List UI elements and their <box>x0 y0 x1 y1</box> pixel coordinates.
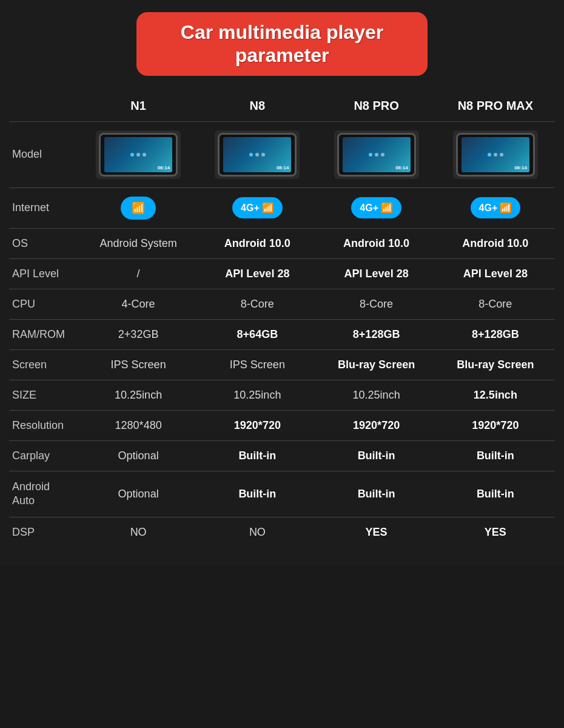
android-auto-n8pro: Built-in <box>317 471 436 517</box>
model-n8promax: 08:14 <box>436 121 555 187</box>
dsp-n8promax: YES <box>436 517 555 547</box>
col-header-n8promax: N8 PRO MAX <box>436 94 555 122</box>
screen-n8: IPS Screen <box>198 349 317 380</box>
col-header-n8: N8 <box>198 94 317 122</box>
size-n1: 10.25inch <box>79 380 198 410</box>
row-label-internet: Internet <box>9 187 79 228</box>
row-internet: Internet 📶 4G+ 📶 4G+ 📶 4G <box>9 187 555 228</box>
comparison-table: N1 N8 N8 PRO N8 PRO MAX Model <box>9 94 555 547</box>
row-label-resolution: Resolution <box>9 410 79 440</box>
row-model: Model 08:14 <box>9 121 555 187</box>
cpu-n1: 4-Core <box>79 289 198 319</box>
carplay-n8promax: Built-in <box>436 440 555 471</box>
model-image-n1: 08:14 <box>96 130 181 179</box>
resolution-n8: 1920*720 <box>198 410 317 440</box>
page-title: Car multimedia player parameter <box>155 21 409 67</box>
screen-n1: IPS Screen <box>79 349 198 380</box>
model-n1: 08:14 <box>79 121 198 187</box>
4g-badge-n8: 4G+ 📶 <box>232 197 283 218</box>
model-n8pro: 08:14 <box>317 121 436 187</box>
wifi-label-n8: 📶 <box>262 202 274 214</box>
size-n8promax: 12.5inch <box>436 380 555 410</box>
size-n8pro: 10.25inch <box>317 380 436 410</box>
row-label-size: SIZE <box>9 380 79 410</box>
wifi-icon: 📶 <box>132 201 145 215</box>
os-n8: Android 10.0 <box>198 228 317 258</box>
model-image-n8promax: 08:14 <box>453 130 538 179</box>
row-android-auto: Android Auto Optional Built-in Built-in … <box>9 471 555 517</box>
4g-label-n8promax: 4G+ <box>479 203 498 214</box>
row-label-android-auto: Android Auto <box>9 471 79 517</box>
row-resolution: Resolution 1280*480 1920*720 1920*720 19… <box>9 410 555 440</box>
dsp-n8: NO <box>198 517 317 547</box>
ram-n1: 2+32GB <box>79 319 198 349</box>
row-cpu: CPU 4-Core 8-Core 8-Core 8-Core <box>9 289 555 319</box>
row-label-cpu: CPU <box>9 289 79 319</box>
ram-n8promax: 8+128GB <box>436 319 555 349</box>
row-carplay: Carplay Optional Built-in Built-in Built… <box>9 440 555 471</box>
dsp-n1: NO <box>79 517 198 547</box>
internet-n8promax: 4G+ 📶 <box>436 187 555 228</box>
carplay-n8pro: Built-in <box>317 440 436 471</box>
carplay-n1: Optional <box>79 440 198 471</box>
row-ram: RAM/ROM 2+32GB 8+64GB 8+128GB 8+128GB <box>9 319 555 349</box>
wifi-badge-n1: 📶 <box>121 197 156 220</box>
row-dsp: DSP NO NO YES YES <box>9 517 555 547</box>
row-label-os: OS <box>9 228 79 258</box>
col-header-n1: N1 <box>79 94 198 122</box>
row-label-api: API Level <box>9 258 79 289</box>
cpu-n8pro: 8-Core <box>317 289 436 319</box>
internet-n1: 📶 <box>79 187 198 228</box>
dsp-n8pro: YES <box>317 517 436 547</box>
row-label-ram: RAM/ROM <box>9 319 79 349</box>
resolution-n1: 1280*480 <box>79 410 198 440</box>
4g-badge-n8pro: 4G+ 📶 <box>351 197 401 218</box>
android-auto-n8: Built-in <box>198 471 317 517</box>
api-n8pro: API Level 28 <box>317 258 436 289</box>
row-label-dsp: DSP <box>9 517 79 547</box>
android-auto-n1: Optional <box>79 471 198 517</box>
model-image-n8: 08:14 <box>215 130 300 179</box>
carplay-n8: Built-in <box>198 440 317 471</box>
model-image-n8pro: 08:14 <box>334 130 419 179</box>
resolution-n8pro: 1920*720 <box>317 410 436 440</box>
ram-n8: 8+64GB <box>198 319 317 349</box>
row-os: OS Android System Android 10.0 Android 1… <box>9 228 555 258</box>
os-n8pro: Android 10.0 <box>317 228 436 258</box>
ram-n8pro: 8+128GB <box>317 319 436 349</box>
cpu-n8: 8-Core <box>198 289 317 319</box>
row-label-model: Model <box>9 121 79 187</box>
4g-label-n8pro: 4G+ <box>360 203 378 214</box>
row-size: SIZE 10.25inch 10.25inch 10.25inch 12.5i… <box>9 380 555 410</box>
os-n1: Android System <box>79 228 198 258</box>
cpu-n8promax: 8-Core <box>436 289 555 319</box>
api-n8promax: API Level 28 <box>436 258 555 289</box>
col-header-n8pro: N8 PRO <box>317 94 436 122</box>
internet-n8: 4G+ 📶 <box>198 187 317 228</box>
4g-badge-n8promax: 4G+ 📶 <box>471 197 521 218</box>
column-headers: N1 N8 N8 PRO N8 PRO MAX <box>9 94 555 122</box>
resolution-n8promax: 1920*720 <box>436 410 555 440</box>
screen-n8pro: Blu-ray Screen <box>317 349 436 380</box>
title-box: Car multimedia player parameter <box>136 12 428 76</box>
api-n8: API Level 28 <box>198 258 317 289</box>
row-label-carplay: Carplay <box>9 440 79 471</box>
row-api: API Level / API Level 28 API Level 28 AP… <box>9 258 555 289</box>
row-label-screen: Screen <box>9 349 79 380</box>
api-n1: / <box>79 258 198 289</box>
android-auto-n8promax: Built-in <box>436 471 555 517</box>
os-n8promax: Android 10.0 <box>436 228 555 258</box>
page-wrapper: Car multimedia player parameter N1 N8 N8… <box>0 0 564 565</box>
wifi-label-n8promax: 📶 <box>500 202 512 214</box>
col-header-label <box>9 94 79 122</box>
row-screen: Screen IPS Screen IPS Screen Blu-ray Scr… <box>9 349 555 380</box>
4g-label-n8: 4G+ <box>241 203 260 214</box>
wifi-label-n8pro: 📶 <box>381 202 393 214</box>
internet-n8pro: 4G+ 📶 <box>317 187 436 228</box>
model-n8: 08:14 <box>198 121 317 187</box>
screen-n8promax: Blu-ray Screen <box>436 349 555 380</box>
size-n8: 10.25inch <box>198 380 317 410</box>
